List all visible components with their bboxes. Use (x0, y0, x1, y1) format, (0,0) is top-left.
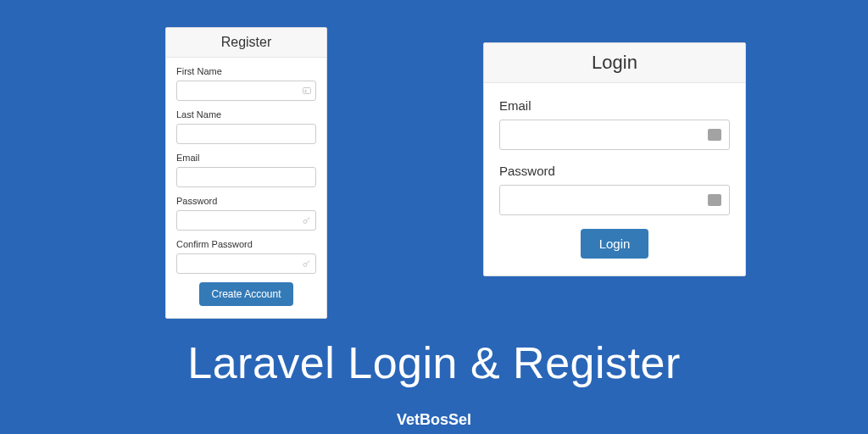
login-button[interactable]: Login (581, 229, 649, 259)
svg-rect-0 (303, 88, 311, 94)
login-email-input[interactable] (499, 120, 730, 150)
first-name-group: First Name (176, 66, 316, 101)
svg-point-2 (303, 220, 307, 224)
register-card: Register First Name Last Name Email Pass (165, 27, 327, 319)
page-headline: Laravel Login & Register (0, 337, 868, 388)
login-body: Email Password Login (484, 83, 745, 275)
password-label: Password (176, 196, 316, 206)
confirm-password-input[interactable] (176, 253, 316, 274)
register-body: First Name Last Name Email Password (166, 58, 326, 318)
login-email-label: Email (499, 98, 730, 113)
login-password-label: Password (499, 164, 730, 178)
svg-point-3 (303, 264, 307, 267)
key-icon (302, 259, 312, 269)
email-input[interactable] (176, 167, 316, 187)
email-label: Email (176, 153, 316, 163)
contact-card-icon (302, 86, 312, 96)
first-name-label: First Name (176, 66, 316, 76)
login-card: Login Email Password Login (483, 42, 746, 276)
email-group: Email (176, 153, 316, 187)
first-name-input[interactable] (176, 81, 316, 101)
login-password-input[interactable] (499, 185, 730, 215)
confirm-password-label: Confirm Password (176, 239, 316, 249)
keyboard-icon (708, 194, 721, 206)
last-name-label: Last Name (176, 109, 316, 120)
login-title: Login (484, 43, 745, 83)
svg-point-1 (305, 90, 307, 92)
last-name-group: Last Name (176, 109, 316, 144)
register-title: Register (166, 28, 326, 58)
confirm-password-group: Confirm Password (176, 239, 316, 274)
last-name-input[interactable] (176, 124, 316, 144)
password-input[interactable] (176, 210, 316, 231)
login-password-group: Password (499, 164, 730, 215)
key-icon (302, 215, 312, 225)
password-group: Password (176, 196, 316, 231)
keyboard-icon (708, 129, 721, 141)
login-email-group: Email (499, 98, 730, 150)
create-account-button[interactable]: Create Account (199, 282, 292, 306)
brand-name: VetBosSel (0, 411, 868, 429)
